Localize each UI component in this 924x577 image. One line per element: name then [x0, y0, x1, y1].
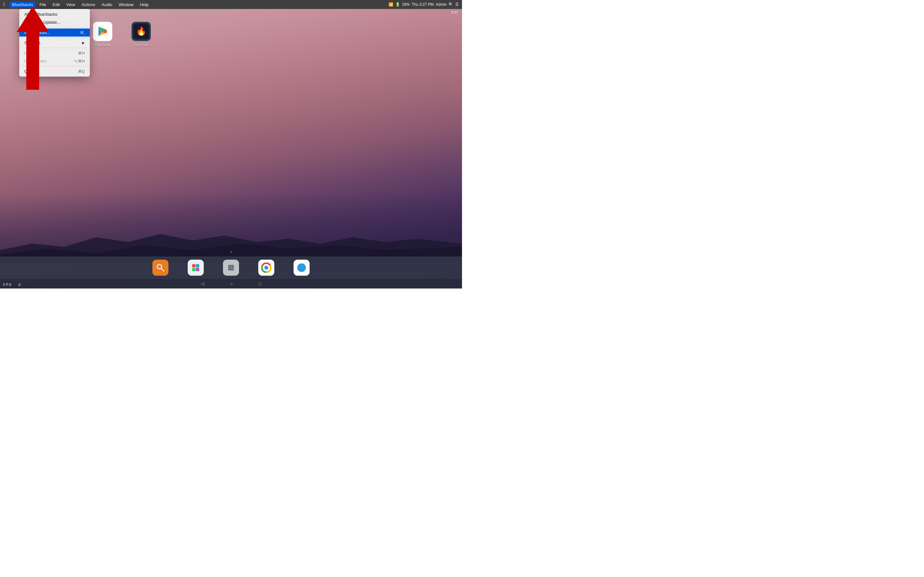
- svg-point-24: [230, 267, 232, 269]
- audio-menu[interactable]: Audio: [99, 2, 115, 8]
- svg-point-13: [157, 264, 162, 269]
- svg-text:🔥: 🔥: [136, 26, 147, 36]
- svg-point-20: [228, 265, 230, 267]
- view-menu[interactable]: View: [63, 2, 78, 8]
- annotation-arrow: [17, 6, 49, 48]
- app-icon-play-store[interactable]: Play Store: [93, 22, 112, 47]
- free-fire-label: Free Fire: [134, 43, 149, 47]
- dock-browser-icon[interactable]: 🌐: [294, 259, 310, 276]
- fps-label: FPS: [3, 283, 12, 287]
- battery-icon: 🔋: [395, 2, 400, 7]
- edit-menu[interactable]: Edit: [50, 2, 62, 8]
- apple-menu[interactable]: : [0, 1, 8, 8]
- android-navbar: ◁ ○ □: [0, 279, 462, 288]
- svg-point-25: [232, 267, 234, 269]
- play-store-icon-img: [93, 22, 112, 41]
- clock: Thu 3:27 PM: [412, 2, 434, 7]
- svg-point-21: [230, 265, 232, 267]
- fps-counter: FPS 0: [3, 283, 21, 287]
- nav-back-button[interactable]: ◁: [201, 281, 204, 286]
- svg-marker-35: [17, 6, 49, 48]
- android-dock: 🌐: [0, 256, 462, 279]
- free-fire-icon-img: 🔥: [132, 22, 151, 41]
- dock-app-drawer-icon[interactable]: [223, 259, 239, 276]
- dock-gallery-icon[interactable]: [188, 259, 204, 276]
- play-store-label: Play Store: [95, 43, 111, 47]
- svg-rect-18: [192, 268, 195, 271]
- mac-menubar:  BlueStacks File Edit View Actions Audi…: [0, 0, 462, 9]
- svg-point-22: [232, 265, 234, 267]
- search-icon[interactable]: 🔍: [449, 2, 453, 7]
- svg-point-26: [228, 269, 230, 271]
- actions-menu[interactable]: Actions: [79, 2, 98, 8]
- svg-point-31: [265, 266, 268, 269]
- svg-rect-19: [196, 268, 199, 271]
- svg-point-28: [232, 269, 234, 271]
- svg-rect-17: [196, 264, 199, 268]
- dock-expand-button[interactable]: ^: [230, 250, 232, 255]
- dock-search-icon[interactable]: [152, 259, 168, 276]
- svg-text:🌐: 🌐: [299, 265, 305, 271]
- nav-home-button[interactable]: ○: [230, 281, 233, 286]
- battery-percent: 26%: [402, 2, 410, 7]
- nav-recents-button[interactable]: □: [258, 281, 261, 286]
- svg-rect-16: [192, 264, 195, 268]
- help-menu[interactable]: Help: [137, 2, 151, 8]
- svg-rect-36: [26, 48, 39, 90]
- svg-point-27: [230, 269, 232, 271]
- svg-point-23: [228, 267, 230, 269]
- admin-label: Admin: [436, 2, 447, 7]
- svg-line-14: [162, 269, 164, 271]
- notification-icon[interactable]: ☰: [455, 2, 459, 7]
- wifi-icon: 📶: [389, 2, 393, 7]
- window-menu[interactable]: Window: [116, 2, 136, 8]
- dock-chrome-icon[interactable]: [258, 259, 274, 276]
- app-icon-free-fire[interactable]: 🔥 Free Fire: [132, 22, 151, 47]
- android-time: 3:27: [451, 10, 458, 14]
- fps-value: 0: [19, 283, 21, 287]
